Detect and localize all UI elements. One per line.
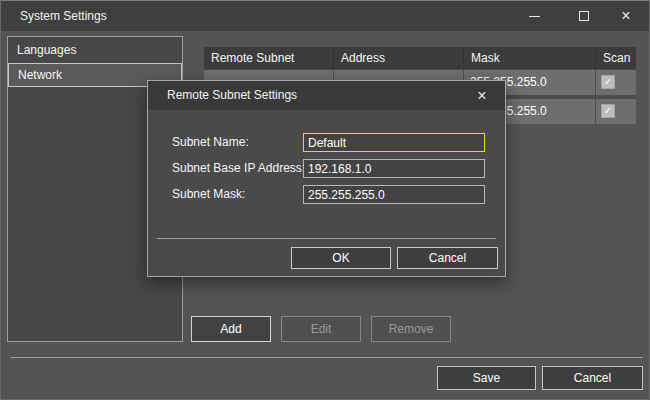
add-button[interactable]: Add: [191, 316, 271, 342]
check-icon: ✓: [604, 77, 612, 87]
subnet-base-ip-input[interactable]: [303, 159, 485, 178]
edit-button[interactable]: Edit: [281, 316, 361, 342]
system-settings-window: System Settings × Languages Network Remo…: [0, 0, 650, 400]
dialog-divider: [157, 238, 496, 239]
minimize-button[interactable]: [517, 5, 551, 27]
sidebar-item-languages[interactable]: Languages: [8, 37, 182, 63]
subnet-base-ip-label: Subnet Base IP Address:: [172, 159, 305, 178]
cell-scan: ✓: [596, 99, 636, 124]
close-button[interactable]: ×: [609, 5, 643, 27]
close-icon: ×: [621, 8, 630, 24]
subnet-name-label: Subnet Name:: [172, 133, 249, 152]
window-title: System Settings: [20, 1, 107, 31]
window-titlebar: System Settings ×: [1, 1, 649, 31]
scan-checkbox[interactable]: ✓: [601, 104, 615, 118]
column-header-mask[interactable]: Mask: [464, 47, 596, 69]
subnet-mask-input[interactable]: [303, 185, 485, 204]
save-button[interactable]: Save: [437, 366, 536, 390]
remove-button[interactable]: Remove: [371, 316, 451, 342]
check-icon: ✓: [604, 106, 612, 116]
cell-scan: ✓: [596, 70, 636, 95]
close-icon: ×: [477, 87, 486, 105]
maximize-button[interactable]: [567, 5, 601, 27]
column-header-address[interactable]: Address: [334, 47, 464, 69]
column-header-remote-subnet[interactable]: Remote Subnet: [204, 47, 334, 69]
ok-button[interactable]: OK: [291, 247, 391, 269]
sidebar-item-label: Network: [18, 68, 62, 82]
subnet-name-input[interactable]: [303, 133, 485, 152]
dialog-titlebar: Remote Subnet Settings ×: [148, 81, 505, 110]
minimize-icon: [529, 16, 540, 17]
dialog-close-button[interactable]: ×: [469, 84, 495, 107]
column-header-scan[interactable]: Scan: [596, 47, 636, 69]
footer-divider: [11, 357, 643, 358]
remote-subnet-settings-dialog: Remote Subnet Settings × Subnet Name: Su…: [147, 80, 506, 277]
dialog-cancel-button[interactable]: Cancel: [397, 247, 498, 269]
maximize-icon: [579, 11, 589, 21]
remote-subnet-table-header: Remote Subnet Address Mask Scan: [204, 47, 636, 69]
scan-checkbox[interactable]: ✓: [601, 75, 615, 89]
subnet-mask-label: Subnet Mask:: [172, 185, 245, 204]
sidebar-item-label: Languages: [17, 43, 76, 57]
dialog-title: Remote Subnet Settings: [167, 81, 297, 110]
footer-cancel-button[interactable]: Cancel: [542, 366, 643, 390]
